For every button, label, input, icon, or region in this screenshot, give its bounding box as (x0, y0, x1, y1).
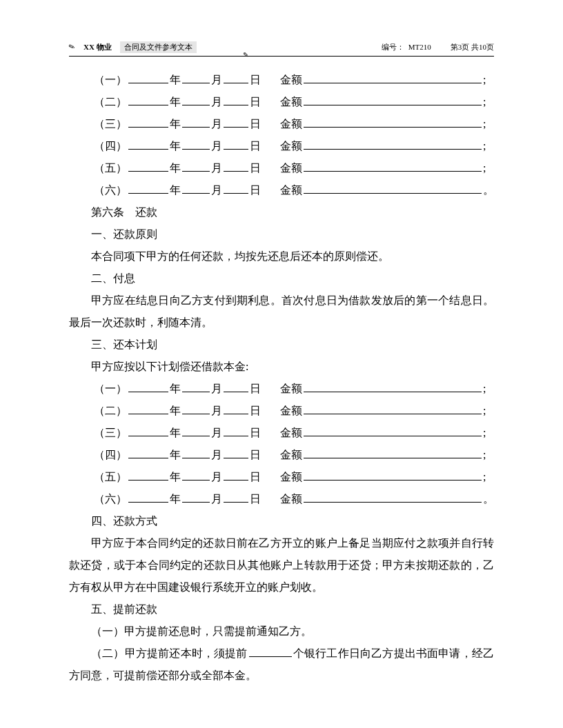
blank-field (128, 403, 168, 414)
document-body: （一） 年 月 日 金额 ; （二） 年 月 日 金额 ; （三） 年 月 日 … (69, 69, 494, 687)
date-amount-row: （六） 年 月 日 金额 。 (69, 179, 494, 201)
blank-field (304, 72, 482, 83)
subsection-title: 五、提前还款 (69, 598, 494, 620)
item-number: （三） (94, 113, 127, 135)
blank-field (224, 469, 248, 481)
blank-field (128, 139, 168, 150)
subsection-title: 一、还款原则 (69, 223, 494, 245)
item-number: （五） (94, 466, 127, 488)
item-number: （六） (94, 488, 127, 510)
paragraph: （一）甲方提前还息时，只需提前通知乙方。 (69, 620, 494, 643)
blank-field (182, 94, 210, 105)
paragraph: 本合同项下甲方的任何还款，均按先还息后还本的原则偿还。 (69, 245, 494, 267)
item-number: （二） (94, 400, 127, 422)
blank-field (224, 72, 248, 83)
date-amount-row: （五） 年 月 日 金额 ; (69, 466, 494, 488)
blank-field (182, 72, 210, 83)
blank-field (224, 447, 248, 458)
doc-type-label: 合同及文件参考文本 (120, 41, 197, 53)
date-amount-row: （二） 年 月 日 金额 ; (69, 400, 494, 422)
blank-field (182, 403, 210, 414)
item-number: （五） (94, 157, 127, 179)
subsection-title: 三、还本计划 (69, 334, 494, 356)
blank-field (128, 492, 168, 503)
date-amount-row: （三） 年 月 日 金额 ; (69, 422, 494, 444)
blank-field (182, 161, 210, 172)
blank-field (224, 117, 248, 128)
blank-field (304, 139, 482, 150)
item-number: （一） (94, 378, 127, 400)
paragraph: 甲方应在结息日向乙方支付到期利息。首次付息日为借款发放后的第一个结息日。最后一次… (69, 290, 494, 334)
blank-field (182, 117, 210, 128)
blank-field (128, 447, 168, 458)
blank-field (128, 425, 168, 436)
blank-field (224, 94, 248, 105)
document-header: ✎ XX 物业 合同及文件参考文本 ✎ 编号： MT210 第3页 共10页 (69, 41, 494, 57)
blank-field (304, 469, 482, 481)
paragraph: 甲方应按以下计划偿还借款本金: (69, 356, 494, 378)
date-amount-row: （二） 年 月 日 金额 ; (69, 91, 494, 113)
blank-field (182, 425, 210, 436)
date-amount-row: （一） 年 月 日 金额 ; (69, 69, 494, 91)
blank-field (304, 117, 482, 128)
blank-field (224, 425, 248, 436)
blank-field (182, 381, 210, 392)
blank-field (128, 161, 168, 172)
date-amount-row: （六） 年 月 日 金额 。 (69, 488, 494, 510)
blank-field (304, 492, 482, 503)
paragraph: （二）甲方提前还本时，须提前个银行工作日向乙方提出书面申请，经乙方同意，可提前偿… (69, 643, 494, 687)
blank-field (224, 183, 248, 194)
blank-field (128, 183, 168, 194)
subsection-title: 二、付息 (69, 267, 494, 290)
blank-field (304, 161, 482, 172)
article-title: 第六条 还款 (69, 201, 494, 223)
blank-field (128, 469, 168, 481)
blank-field (304, 381, 482, 392)
blank-field (224, 492, 248, 503)
item-number: （二） (94, 91, 127, 113)
date-amount-row: （四） 年 月 日 金额 ; (69, 444, 494, 466)
blank-field (249, 646, 292, 657)
item-number: （四） (94, 444, 127, 466)
subsection-title: 四、还款方式 (69, 510, 494, 532)
blank-field (224, 161, 248, 172)
blank-field (182, 183, 210, 194)
blank-field (304, 183, 482, 194)
cursor-icon: ✎ (68, 42, 77, 52)
blank-field (224, 381, 248, 392)
blank-field (224, 403, 248, 414)
item-number: （三） (94, 422, 127, 444)
date-amount-row: （三） 年 月 日 金额 ; (69, 113, 494, 135)
date-amount-row: （五） 年 月 日 金额 ; (69, 157, 494, 179)
paragraph: 甲方应于本合同约定的还款日前在乙方开立的账户上备足当期应付之款项并自行转款还贷，… (69, 532, 494, 598)
doc-code: 编号： MT210 (382, 42, 431, 52)
item-number: （六） (94, 179, 127, 201)
blank-field (304, 425, 482, 436)
item-number: （四） (94, 135, 127, 157)
blank-field (128, 117, 168, 128)
date-amount-row: （四） 年 月 日 金额 ; (69, 135, 494, 157)
blank-field (128, 381, 168, 392)
blank-field (224, 139, 248, 150)
blank-field (182, 447, 210, 458)
blank-field (182, 139, 210, 150)
blank-field (304, 447, 482, 458)
date-amount-row: （一） 年 月 日 金额 ; (69, 378, 494, 400)
blank-field (182, 469, 210, 481)
blank-field (182, 492, 210, 503)
item-number: （一） (94, 69, 127, 91)
blank-field (304, 94, 482, 105)
cursor-icon: ✎ (243, 51, 248, 59)
company-name: XX 物业 (83, 42, 112, 52)
blank-field (128, 94, 168, 105)
blank-field (128, 72, 168, 83)
page-number: 第3页 共10页 (451, 42, 494, 52)
blank-field (304, 403, 482, 414)
